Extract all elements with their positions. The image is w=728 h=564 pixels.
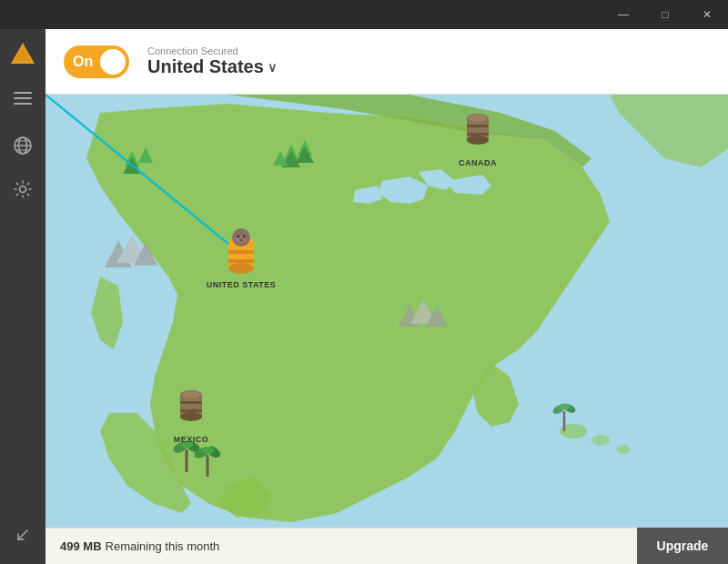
svg-rect-49 [228, 259, 254, 263]
svg-point-41 [467, 136, 489, 145]
app-logo [5, 36, 41, 73]
globe-icon[interactable] [5, 127, 41, 164]
toggle-label: On [73, 54, 93, 70]
title-bar-controls: — □ ✕ [602, 0, 728, 29]
us-label: UNITED STATES [207, 280, 277, 289]
menu-line-1 [14, 92, 32, 94]
vpn-toggle[interactable]: On [64, 45, 129, 78]
svg-point-47 [228, 263, 254, 274]
connection-status: Connection Secured [147, 45, 277, 56]
sidebar-bottom [5, 517, 41, 553]
toggle-knob [100, 49, 126, 75]
title-bar: — □ ✕ [0, 0, 728, 29]
svg-point-60 [182, 391, 200, 398]
toggle-container: On [64, 45, 129, 78]
svg-rect-48 [228, 250, 254, 254]
arrow-svg [15, 527, 31, 543]
logo-icon [9, 41, 36, 68]
mexico-server [180, 390, 202, 421]
svg-rect-43 [467, 125, 489, 127]
minimize-button[interactable]: — [602, 0, 644, 29]
svg-point-56 [239, 238, 244, 242]
svg-point-37 [559, 404, 570, 410]
settings-svg [13, 179, 33, 199]
maximize-button[interactable]: □ [644, 0, 686, 29]
svg-point-7 [20, 186, 26, 193]
svg-rect-62 [180, 409, 202, 412]
data-amount: 499 MB [60, 539, 102, 553]
canada-label: CANADA [459, 158, 497, 167]
svg-point-11 [616, 445, 631, 454]
map-svg: CANADA UNITED STATES [46, 95, 728, 528]
bottom-bar: 499 MB Remaining this month Upgrade [46, 528, 728, 564]
location-selector[interactable]: United States ∨ [147, 56, 277, 77]
svg-point-54 [238, 236, 240, 238]
mexico-label: MEXICO [174, 435, 209, 444]
svg-point-59 [180, 412, 202, 421]
chevron-down-icon: ∨ [268, 60, 277, 75]
data-label: Remaining this month [106, 539, 220, 553]
close-button[interactable]: ✕ [686, 0, 728, 29]
globe-svg [13, 136, 33, 156]
menu-line-2 [14, 97, 32, 99]
location-name-text: United States [147, 56, 264, 77]
svg-point-55 [243, 236, 246, 238]
header-info: Connection Secured United States ∨ [147, 45, 277, 77]
canada-server [467, 114, 489, 145]
collapse-arrow-icon[interactable] [5, 517, 41, 553]
settings-icon[interactable] [5, 171, 41, 207]
svg-rect-44 [467, 133, 489, 136]
menu-line-3 [14, 103, 32, 105]
sidebar [0, 29, 46, 564]
map-container: CANADA UNITED STATES [46, 95, 728, 528]
menu-button[interactable] [5, 80, 41, 116]
svg-rect-61 [180, 401, 202, 404]
header: On Connection Secured United States ∨ [46, 29, 728, 95]
svg-point-10 [592, 435, 610, 446]
data-remaining-bar: 499 MB Remaining this month [46, 528, 637, 564]
svg-point-42 [469, 115, 487, 122]
upgrade-button[interactable]: Upgrade [637, 528, 728, 564]
svg-point-33 [201, 447, 214, 454]
